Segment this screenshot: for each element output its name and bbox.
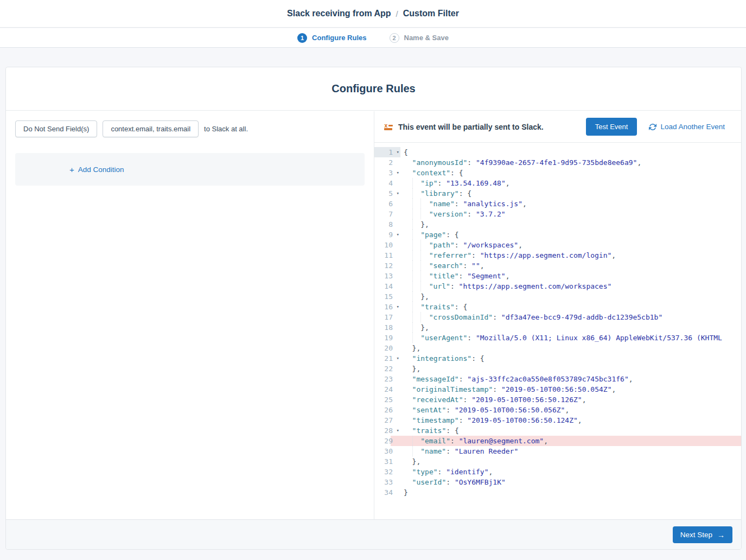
line-number: 12 <box>374 260 400 271</box>
line-number: 10 <box>374 240 400 250</box>
line-number: 23 <box>374 374 400 384</box>
line-number: 19 <box>374 333 400 343</box>
line-number: 26 <box>374 405 400 415</box>
line-number: 20 <box>374 343 400 353</box>
code-line: 17"crossDomainId": "df3a47ee-bcc9-479d-a… <box>374 312 741 322</box>
rule-config-panel: Do Not Send Field(s) context.email, trai… <box>6 111 374 520</box>
code-line: 10"path": "/workspaces", <box>374 240 741 250</box>
code-line: 22}, <box>374 364 741 374</box>
refresh-icon <box>649 123 656 131</box>
line-number: 4 <box>374 178 400 188</box>
event-preview-panel: x This event will be partially sent to S… <box>374 111 741 520</box>
line-number: 16▾ <box>374 302 400 312</box>
step-1-label: Configure Rules <box>312 34 366 42</box>
add-condition-button[interactable]: + Add Condition <box>69 166 124 174</box>
json-event-editor[interactable]: 1▾{2"anonymousId": "4f9390ae-2657-4fe1-9… <box>374 143 741 520</box>
code-line: 28▾"traits": { <box>374 425 741 436</box>
code-line: 8}, <box>374 219 741 230</box>
code-line: 24"originalTimestamp": "2019-05-10T00:56… <box>374 384 741 394</box>
fold-arrow-icon[interactable]: ▾ <box>397 188 399 199</box>
fold-arrow-icon[interactable]: ▾ <box>397 353 399 364</box>
step-2-label: Name & Save <box>404 34 449 42</box>
code-line: 31}, <box>374 456 741 467</box>
load-another-event-link[interactable]: Load Another Event <box>649 123 725 131</box>
top-header: Slack receiving from App / Custom Filter <box>0 0 746 28</box>
line-number: 31 <box>374 456 400 467</box>
line-number: 6 <box>374 199 400 209</box>
code-line: 21▾"integrations": { <box>374 353 741 364</box>
code-line: 4"ip": "13.54.169.48", <box>374 178 741 188</box>
code-line: 11"referrer": "https://app.segment.com/l… <box>374 250 741 260</box>
partial-filter-icon: x <box>384 124 393 130</box>
line-number: 32 <box>374 467 400 477</box>
fold-arrow-icon[interactable]: ▾ <box>397 230 399 240</box>
code-line: 26"sentAt": "2019-05-10T00:56:50.056Z", <box>374 405 741 415</box>
add-condition-box: + Add Condition <box>15 153 365 186</box>
code-line: 13"title": "Segment", <box>374 271 741 281</box>
code-line: 5▾"library": { <box>374 188 741 199</box>
fold-arrow-icon[interactable]: ▾ <box>397 147 399 157</box>
line-number: 7 <box>374 209 400 219</box>
line-number: 1▾ <box>374 147 400 157</box>
next-step-button[interactable]: Next Step → <box>673 526 732 543</box>
line-number: 27 <box>374 415 400 425</box>
code-line: 3▾"context": { <box>374 168 741 178</box>
line-number: 5▾ <box>374 188 400 199</box>
code-line: 7"version": "3.7.2" <box>374 209 741 219</box>
line-number: 33 <box>374 477 400 487</box>
code-line: 33"userId": "OsY6MFBj1K" <box>374 477 741 487</box>
breadcrumb-current-page: Custom Filter <box>403 9 459 18</box>
code-line: 2"anonymousId": "4f9390ae-2657-4fe1-9d95… <box>374 157 741 168</box>
test-event-button[interactable]: Test Event <box>586 118 637 136</box>
code-line: 25"receivedAt": "2019-05-10T00:56:50.126… <box>374 394 741 405</box>
step-configure-rules[interactable]: 1 Configure Rules <box>297 33 366 43</box>
code-line: 15}, <box>374 291 741 302</box>
code-line: 6"name": "analytics.js", <box>374 199 741 209</box>
add-condition-label: Add Condition <box>78 166 124 174</box>
rule-suffix-text: to Slack at all. <box>204 125 248 133</box>
code-line: 20}, <box>374 343 741 353</box>
line-number: 9▾ <box>374 230 400 240</box>
line-number: 13 <box>374 271 400 281</box>
code-line: 16▾"traits": { <box>374 302 741 312</box>
step-2-circle: 2 <box>390 33 399 43</box>
line-number: 11 <box>374 250 400 260</box>
fold-arrow-icon[interactable]: ▾ <box>397 302 399 312</box>
line-number: 14 <box>374 281 400 291</box>
code-line: 18}, <box>374 322 741 333</box>
code-line: 1▾{ <box>374 147 741 157</box>
line-number: 29 <box>374 436 400 446</box>
code-line: 34} <box>374 487 741 498</box>
rule-row: Do Not Send Field(s) context.email, trai… <box>15 120 365 137</box>
fold-arrow-icon[interactable]: ▾ <box>397 425 399 436</box>
load-another-event-label: Load Another Event <box>660 123 725 131</box>
step-name-and-save[interactable]: 2 Name & Save <box>390 33 449 43</box>
line-number: 18 <box>374 322 400 333</box>
code-line: 32"type": "identify", <box>374 467 741 477</box>
breadcrumb-destination[interactable]: Slack receiving from App <box>287 9 391 18</box>
line-number: 3▾ <box>374 168 400 178</box>
line-number: 30 <box>374 446 400 456</box>
line-number: 34 <box>374 487 400 498</box>
line-number: 17 <box>374 312 400 322</box>
arrow-right-icon: → <box>717 531 725 539</box>
fold-arrow-icon[interactable]: ▾ <box>397 168 399 178</box>
line-number: 8 <box>374 219 400 230</box>
event-status-message: This event will be partially sent to Sla… <box>398 123 544 131</box>
plus-icon: + <box>69 166 74 174</box>
configure-rules-card: Configure Rules Do Not Send Field(s) con… <box>5 67 742 550</box>
event-header: x This event will be partially sent to S… <box>374 111 741 143</box>
rule-fields-input[interactable]: context.email, traits.email <box>103 120 199 137</box>
code-line: 23"messageId": "ajs-33ffc2ac0a550e8f0537… <box>374 374 741 384</box>
code-line: 12"search": "", <box>374 260 741 271</box>
line-number: 2 <box>374 157 400 168</box>
code-line: 30"name": "Lauren Reeder" <box>374 446 741 456</box>
line-number: 25 <box>374 394 400 405</box>
line-number: 24 <box>374 384 400 394</box>
code-line: 29"email": "lauren@segment.com", <box>374 436 741 446</box>
rule-type-selector[interactable]: Do Not Send Field(s) <box>15 120 97 137</box>
page-title: Configure Rules <box>331 82 415 95</box>
code-line: 19"userAgent": "Mozilla/5.0 (X11; Linux … <box>374 333 741 343</box>
step-1-circle: 1 <box>297 33 307 43</box>
code-line: 27"timestamp": "2019-05-10T00:56:50.124Z… <box>374 415 741 425</box>
